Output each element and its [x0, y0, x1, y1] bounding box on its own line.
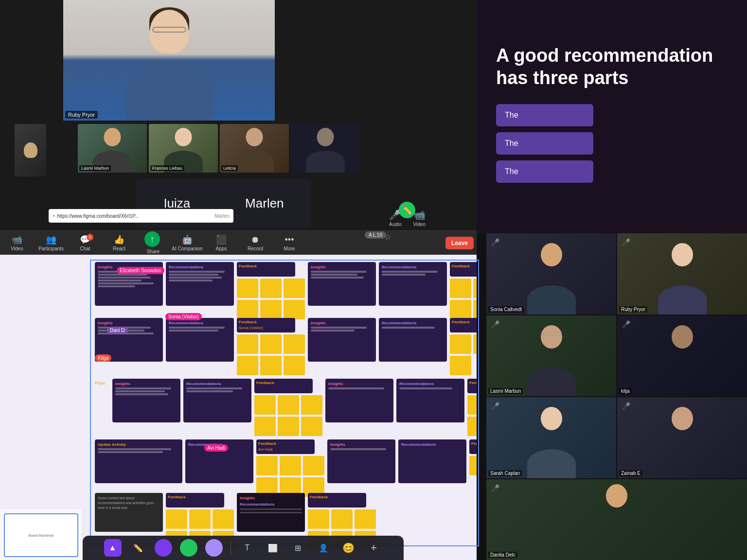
sticky-49: [331, 509, 353, 529]
record-icon: ⏺: [251, 235, 260, 245]
wb-card-recs-4: Recommendations: [379, 318, 447, 362]
video-icon: 📹: [12, 234, 22, 245]
feedback-group-5: Feedback: [254, 379, 322, 436]
more-icon: •••: [285, 235, 294, 245]
wb-card-title-recs-4: Recommendations: [382, 321, 444, 325]
toolbar-participants-btn[interactable]: 👥 Participants: [34, 231, 68, 255]
wb-card-title-recs-8: Recommendations: [401, 442, 463, 447]
sticky-17: [260, 356, 282, 375]
tile-label-leticia: Leticia: [221, 165, 238, 171]
audio-icon-sarah: 🎤: [491, 402, 499, 410]
video-tile-lasmi: Lasmi Marbun: [78, 124, 147, 173]
toolbar-leave-btn[interactable]: Leave: [443, 231, 477, 255]
wb-card-title-insights-3: Insights: [98, 321, 160, 325]
toolbar-divider: [231, 541, 231, 555]
sticky-3: [284, 279, 305, 298]
url-bar-label: Marlen: [214, 213, 230, 219]
figma-tool-person[interactable]: 👤: [315, 539, 332, 557]
zoom-toolbar: 📹 Video 👥 Participants 💬 3 Chat 👍 React …: [0, 230, 477, 255]
sticky-24: [278, 395, 299, 415]
toolbar-video-label: Video: [11, 246, 23, 251]
figma-color-purple[interactable]: [155, 539, 172, 557]
audio-icon-zainab: 🎤: [622, 402, 630, 410]
sticky-44: [213, 509, 234, 529]
wb-card-title-recs-6: Recommendations: [399, 382, 462, 386]
figma-color-light-purple[interactable]: [205, 539, 223, 557]
toolbar-video-btn[interactable]: 📹 Video: [0, 231, 34, 255]
rv-name-danita: Danita Delc: [490, 552, 516, 558]
toolbar-record-btn[interactable]: ⏺ Record: [238, 231, 272, 255]
figma-tool-table[interactable]: ⊞: [289, 539, 307, 557]
video-tile-frances: Frances Liebau: [149, 124, 218, 173]
toolbar-share-btn[interactable]: ↑ Share: [136, 231, 170, 255]
sticky-34: [280, 456, 301, 475]
video-label: Video: [413, 222, 426, 227]
ai-icon: 🤖: [182, 234, 193, 245]
slide-panel: A good recommendation has three parts Th…: [477, 0, 747, 233]
rv-name-ruby: Ruby Pryor: [621, 307, 645, 312]
chat-badge: 3: [87, 234, 93, 241]
sticky-23: [254, 395, 276, 415]
cursor-avi: Avi Hadi: [204, 444, 228, 452]
rv-name-zainab: Zainab E: [621, 471, 640, 476]
pen-icon-btn[interactable]: ✏️: [399, 202, 415, 218]
wb-card-insights-2: Insights: [308, 262, 376, 306]
wb-card-title-recs-5: Recommendations: [186, 382, 249, 386]
thumb-card-1[interactable]: Board thumbnail: [4, 513, 78, 557]
rv-label-danita: Danita Delc: [488, 552, 517, 558]
sticky-28: [301, 417, 322, 436]
leave-btn-label[interactable]: Leave: [445, 237, 474, 249]
audio-icon-ruby: 🎤: [622, 238, 630, 246]
feedback-group-7: Feedback Avi Hadi: [256, 439, 324, 497]
figma-tool-arrow[interactable]: ▲: [104, 539, 122, 557]
toolbar-chat-btn[interactable]: 💬 3 Chat: [68, 231, 102, 255]
wb-card-recs-2: Recommendations: [379, 262, 447, 306]
figma-tool-emoji[interactable]: 😊: [340, 539, 357, 557]
feedback-group-1: Feedback: [237, 262, 305, 319]
wb-card-activity: Update Activity: [95, 439, 182, 483]
toolbar-ai-btn[interactable]: 🤖 AI Companion: [170, 231, 204, 255]
participant-count: A L 10: [365, 231, 386, 239]
video-tile-4: [291, 124, 360, 173]
toolbar-more-btn[interactable]: ••• More: [272, 231, 306, 255]
sticky-group-1: [237, 279, 305, 319]
feedback-card-10: Feedback: [308, 493, 366, 508]
wb-card-insights-5: Insights: [112, 379, 180, 422]
sticky-5: [260, 300, 282, 319]
rv-tile-zainab: 🎤 Zainab E: [617, 397, 747, 478]
rv-name-lasmi: Lasmi Marbun: [490, 388, 521, 394]
sticky-33: [256, 456, 278, 475]
wb-row-3: Priya Insights Recommendations Feedback: [95, 379, 486, 436]
toolbar-participants-label: Participants: [38, 246, 64, 251]
figma-tool-pen[interactable]: ✏️: [129, 539, 147, 557]
slide-pill-3: The: [496, 160, 593, 183]
sticky-43: [189, 509, 211, 529]
overlay-name1: Iuiza: [163, 196, 190, 211]
slide-pill-2: The: [496, 132, 593, 155]
tile-label-lasmi: Lasmi Marbun: [79, 165, 111, 171]
rv-name-sarah: Sarah Caplan: [490, 471, 520, 476]
figma-tool-frame[interactable]: ⬜: [264, 539, 282, 557]
figma-tool-text[interactable]: T: [239, 539, 256, 557]
toolbar-apps-btn[interactable]: ⬛ Apps: [204, 231, 238, 255]
pen-icon: ✏️: [402, 206, 412, 215]
feedback-card-9: Feedback: [166, 493, 224, 508]
figma-tool-plus[interactable]: +: [365, 539, 383, 557]
slide-pill-1: The: [496, 104, 593, 126]
wb-card-title-insights-7: Insights: [330, 442, 392, 447]
sticky-15: [284, 334, 305, 354]
wb-text-card: Some context text about recommendations …: [95, 493, 163, 532]
toolbar-react-btn[interactable]: 👍 React: [102, 231, 136, 255]
audio-label: Audio: [389, 222, 402, 227]
wb-row-2: Insights Recommendations Feedback Sonia …: [95, 318, 486, 375]
slide-title: A good recommendation has three parts: [496, 45, 732, 89]
figma-color-green[interactable]: [180, 539, 197, 557]
sticky-22: [450, 356, 471, 375]
sticky-48: [308, 509, 329, 529]
sticky-10: [450, 300, 471, 319]
sticky-group-3: [237, 334, 305, 375]
toolbar-record-label: Record: [248, 246, 263, 251]
sticky-6: [284, 300, 305, 319]
sticky-4: [237, 300, 258, 319]
wb-card-insights-7: Insights: [327, 439, 395, 483]
